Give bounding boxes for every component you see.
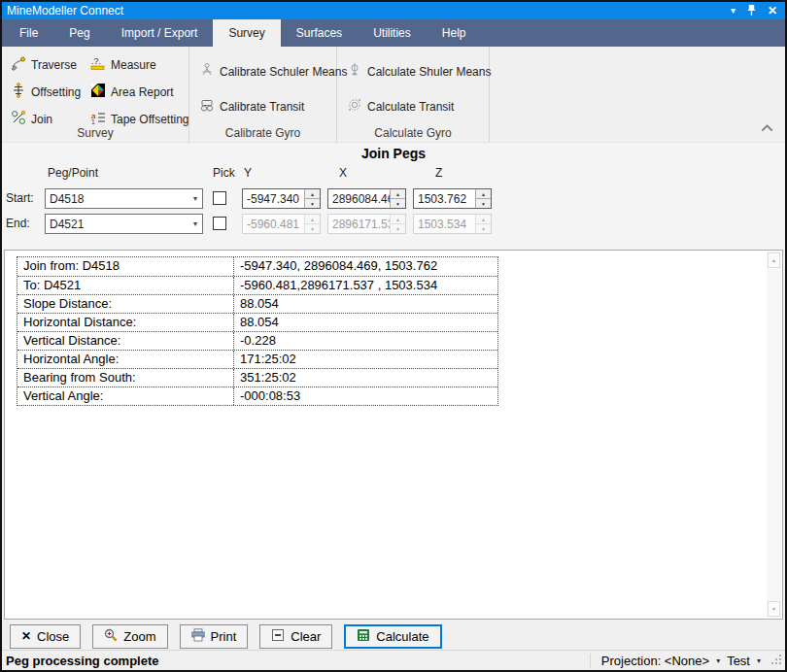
result-label: To: D4521 xyxy=(17,277,234,294)
ribbon-group-survey: Traverse .?. Measure Offsetting Area Rep… xyxy=(2,47,189,142)
footer-toolbar: ✕ Close Zoom Print Clear Calculate xyxy=(2,621,785,652)
result-value: 88.054 xyxy=(234,314,497,331)
ribbon-collapse-button[interactable] xyxy=(761,118,773,136)
tab-file[interactable]: File xyxy=(4,19,53,47)
start-pick-checkbox[interactable] xyxy=(213,191,226,205)
calibrate-schuler-means-button[interactable]: Calibrate Schuler Means xyxy=(199,62,336,81)
calculate-shuler-means-icon xyxy=(347,62,362,81)
start-y-input[interactable]: -5947.340 ▲▼ xyxy=(242,188,321,209)
spin-up-icon[interactable]: ▲ xyxy=(476,189,491,199)
start-x-input[interactable]: 2896084.469 ▲▼ xyxy=(327,188,406,209)
measure-label: Measure xyxy=(111,58,156,72)
traverse-button[interactable]: Traverse xyxy=(11,55,90,74)
result-label: Join from: D4518 xyxy=(17,257,234,276)
group-label-survey: Survey xyxy=(2,126,188,140)
spin-down-icon[interactable]: ▼ xyxy=(476,199,491,208)
header-y: Y xyxy=(244,166,252,180)
ribbon: Traverse .?. Measure Offsetting Area Rep… xyxy=(2,47,785,143)
end-x-input: 2896171.537 ▲▼ xyxy=(327,214,406,234)
end-y-input: -5960.481 ▲▼ xyxy=(242,214,321,234)
titlebar: MineModeller Connect ▾ ✕ xyxy=(2,2,785,19)
spin-up-icon: ▲ xyxy=(476,215,491,224)
calculate-shuler-means-button[interactable]: Calculate Shuler Means xyxy=(347,62,489,81)
pin-icon[interactable] xyxy=(747,4,756,18)
start-z-input[interactable]: 1503.762 ▲▼ xyxy=(413,188,492,209)
start-z-spinner[interactable]: ▲▼ xyxy=(475,189,491,208)
start-y-value: -5947.340 xyxy=(243,192,304,206)
end-pick-checkbox[interactable] xyxy=(213,217,226,230)
result-label: Slope Distance: xyxy=(17,295,234,313)
start-x-spinner[interactable]: ▲▼ xyxy=(390,189,405,208)
result-label: Horizontal Angle: xyxy=(17,351,234,368)
close-button[interactable]: ✕ Close xyxy=(10,624,81,649)
calibrate-transit-button[interactable]: Calibrate Transit xyxy=(199,97,336,116)
end-peg-value: D4521 xyxy=(50,218,84,231)
calculate-transit-button[interactable]: Calculate Transit xyxy=(347,97,489,116)
tab-help[interactable]: Help xyxy=(427,19,482,47)
statusbar: Peg processing complete Projection: <Non… xyxy=(2,650,785,670)
measure-button[interactable]: .?. Measure xyxy=(90,55,189,74)
chevron-down-icon[interactable]: ▾ xyxy=(716,656,720,665)
tab-import-export[interactable]: Import / Export xyxy=(106,19,214,47)
spin-down-icon[interactable]: ▼ xyxy=(391,199,405,208)
table-row: Horizontal Distance: 88.054 xyxy=(17,313,497,331)
spin-up-icon: ▲ xyxy=(305,215,320,224)
table-row: To: D4521 -5960.481,2896171.537 , 1503.5… xyxy=(17,276,497,294)
end-x-value: 2896171.537 xyxy=(328,218,390,231)
area-report-button[interactable]: Area Report xyxy=(90,83,189,101)
end-label: End: xyxy=(6,217,30,230)
chevron-down-icon[interactable]: ▾ xyxy=(731,6,736,16)
print-button-label: Print xyxy=(211,629,237,644)
calibrate-transit-icon xyxy=(199,97,215,116)
start-y-spinner[interactable]: ▲▼ xyxy=(304,189,320,208)
vertical-scrollbar[interactable]: ▲ ▼ xyxy=(767,252,781,618)
print-icon xyxy=(191,628,205,645)
result-label: Vertical Angle: xyxy=(17,387,234,405)
scroll-up-icon[interactable]: ▲ xyxy=(768,252,780,268)
profile-selector[interactable]: Test xyxy=(727,654,750,668)
end-peg-combobox[interactable]: D4521 ▾ xyxy=(45,214,203,234)
tab-peg[interactable]: Peg xyxy=(53,19,105,47)
result-label: Bearing from South: xyxy=(17,369,234,386)
join-pegs-form: Join Pegs Peg/Point Pick Y X Z Start: D4… xyxy=(2,143,785,250)
result-value: -5947.340, 2896084.469, 1503.762 xyxy=(234,257,497,276)
end-z-value: 1503.534 xyxy=(414,218,475,231)
print-button[interactable]: Print xyxy=(180,624,249,649)
tab-surfaces[interactable]: Surfaces xyxy=(281,19,358,47)
end-y-spinner: ▲▼ xyxy=(304,215,320,233)
table-row: Slope Distance: 88.054 xyxy=(17,294,497,313)
spin-down-icon: ▼ xyxy=(305,224,320,233)
traverse-icon xyxy=(11,55,26,74)
header-peg-point: Peg/Point xyxy=(48,166,98,180)
calibrate-schuler-means-label: Calibrate Schuler Means xyxy=(220,65,347,79)
start-peg-combobox[interactable]: D4518 ▾ xyxy=(45,188,203,209)
resize-grip-icon[interactable] xyxy=(768,654,782,668)
spin-up-icon: ▲ xyxy=(391,215,405,224)
table-row: Vertical Distance: -0.228 xyxy=(17,331,497,350)
calibrate-transit-label: Calibrate Transit xyxy=(220,100,304,114)
spin-up-icon[interactable]: ▲ xyxy=(391,189,405,199)
calculate-button[interactable]: Calculate xyxy=(344,624,441,649)
window-title: MineModeller Connect xyxy=(7,4,123,17)
chevron-down-icon: ▾ xyxy=(193,219,202,228)
close-icon[interactable]: ✕ xyxy=(768,5,777,17)
spin-down-icon[interactable]: ▼ xyxy=(305,199,320,208)
scroll-down-icon[interactable]: ▼ xyxy=(768,601,780,617)
spin-up-icon[interactable]: ▲ xyxy=(305,189,320,199)
profile-label: Test xyxy=(727,654,750,668)
header-pick: Pick xyxy=(213,166,235,180)
tab-survey[interactable]: Survey xyxy=(213,19,280,47)
chevron-down-icon: ▾ xyxy=(193,194,202,203)
offsetting-button[interactable]: Offsetting xyxy=(11,83,90,101)
status-message: Peg processing complete xyxy=(2,654,159,668)
start-x-value: 2896084.469 xyxy=(328,192,390,206)
tab-utilities[interactable]: Utilities xyxy=(358,19,427,47)
projection-selector[interactable]: Projection: <None> xyxy=(601,654,709,668)
zoom-button[interactable]: Zoom xyxy=(92,624,167,649)
header-x: X xyxy=(339,166,347,180)
end-z-spinner: ▲▼ xyxy=(475,215,491,233)
chevron-down-icon[interactable]: ▾ xyxy=(757,656,761,665)
measure-icon: .?. xyxy=(90,55,106,74)
clear-button[interactable]: Clear xyxy=(259,624,332,649)
result-label: Vertical Distance: xyxy=(17,332,234,350)
